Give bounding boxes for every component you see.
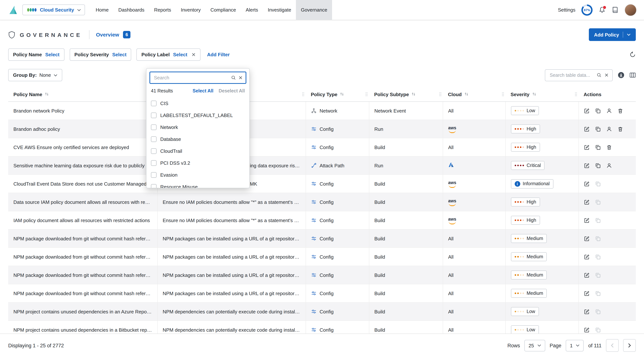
select-all-link[interactable]: Select All xyxy=(193,88,214,94)
delete-button[interactable] xyxy=(617,126,623,132)
sort-icon[interactable] xyxy=(340,92,344,96)
checkbox[interactable] xyxy=(151,184,156,188)
policy-name-cell[interactable]: NPM package downloaded from git without … xyxy=(8,229,157,248)
nav-item-investigate[interactable]: Investigate xyxy=(263,0,296,20)
grip-icon[interactable] xyxy=(439,92,442,97)
checkbox[interactable] xyxy=(151,160,156,166)
grip-icon[interactable] xyxy=(302,92,304,97)
page-number-select[interactable]: 1 xyxy=(566,340,584,351)
policy-name-cell[interactable]: CloudTrail Event Data Store does not use… xyxy=(8,174,157,193)
edit-button[interactable] xyxy=(584,163,590,168)
notifications-bell-icon[interactable] xyxy=(598,6,606,14)
close-icon[interactable] xyxy=(238,76,242,80)
grip-icon[interactable] xyxy=(502,92,504,97)
label-option-evasion[interactable]: Evasion xyxy=(150,169,246,181)
download-icon[interactable] xyxy=(618,72,624,79)
table-search[interactable] xyxy=(545,69,613,81)
sort-icon[interactable] xyxy=(412,92,416,96)
checkbox[interactable] xyxy=(151,136,156,142)
edit-button[interactable] xyxy=(584,144,590,150)
docs-book-icon[interactable] xyxy=(612,6,619,14)
filter-chip-policy-severity[interactable]: Policy SeveritySelect xyxy=(70,48,131,61)
column-header-policy-subtype[interactable]: Policy Subtype xyxy=(369,87,443,102)
column-header-policy-type[interactable]: Policy Type xyxy=(306,87,369,102)
label-option-resource-misuse[interactable]: Resource Misuse xyxy=(150,181,246,188)
policy-name-cell[interactable]: Brandon adhoc policy xyxy=(8,120,157,138)
policy-name-cell[interactable]: Brandon network Policy xyxy=(8,102,157,120)
table-row[interactable]: NPM package downloaded from git without … xyxy=(8,266,636,284)
policy-name-cell[interactable]: NPM package downloaded from git without … xyxy=(8,248,157,266)
checkbox[interactable] xyxy=(151,112,156,118)
sort-icon[interactable] xyxy=(532,92,536,96)
nav-item-reports[interactable]: Reports xyxy=(149,0,176,20)
clone-button[interactable] xyxy=(595,108,600,114)
label-option-network[interactable]: Network xyxy=(150,121,246,133)
usage-badge[interactable]: 87% xyxy=(582,4,592,16)
table-row[interactable]: NPM package downloaded from git without … xyxy=(8,229,636,248)
previous-page-button[interactable] xyxy=(606,339,619,352)
deselect-all-link[interactable]: Deselect All xyxy=(218,88,245,94)
label-search[interactable] xyxy=(150,72,246,84)
table-row[interactable]: Data source IAM policy document allows a… xyxy=(8,193,636,211)
column-header-policy-name[interactable]: Policy Name xyxy=(8,87,157,102)
clone-button[interactable] xyxy=(595,163,600,168)
sort-icon[interactable] xyxy=(464,92,468,96)
policy-name-cell[interactable]: NPM project contains unused dependencies… xyxy=(8,321,157,334)
table-search-input[interactable] xyxy=(549,72,594,78)
filter-chip-select[interactable]: Select xyxy=(45,52,60,58)
nav-item-home[interactable]: Home xyxy=(91,0,114,20)
edit-button[interactable] xyxy=(584,254,590,260)
edit-button[interactable] xyxy=(584,126,590,132)
column-header-cloud[interactable]: Cloud xyxy=(443,87,505,102)
policy-name-cell[interactable]: NPM package downloaded from git without … xyxy=(8,284,157,302)
checkbox[interactable] xyxy=(151,172,156,178)
policy-name-cell[interactable]: Data source IAM policy document allows a… xyxy=(8,193,157,211)
checkbox[interactable] xyxy=(151,148,156,154)
nav-item-inventory[interactable]: Inventory xyxy=(176,0,206,20)
table-row[interactable]: Sensitive machine learning data exposure… xyxy=(8,156,636,174)
clone-button[interactable] xyxy=(595,126,600,132)
policy-name-cell[interactable]: CVE AWS Ensure only certified services a… xyxy=(8,138,157,156)
label-option-cis[interactable]: CIS xyxy=(150,97,246,109)
grip-icon[interactable] xyxy=(575,92,577,97)
close-icon[interactable] xyxy=(604,73,608,77)
delete-button[interactable] xyxy=(606,144,612,150)
edit-button[interactable] xyxy=(584,199,590,205)
edit-button[interactable] xyxy=(584,218,590,223)
add-filter-link[interactable]: Add Filter xyxy=(207,52,230,58)
label-option-labelstest-default-label[interactable]: LABELSTEST_DEFAULT_LABEL xyxy=(150,109,246,121)
close-icon[interactable] xyxy=(191,52,196,57)
edit-button[interactable] xyxy=(584,309,590,314)
delete-button[interactable] xyxy=(617,108,623,114)
edit-button[interactable] xyxy=(584,181,590,186)
edit-button[interactable] xyxy=(584,272,590,278)
filter-chip-policy-name[interactable]: Policy NameSelect xyxy=(8,48,64,61)
edit-button[interactable] xyxy=(584,108,590,114)
policy-name-cell[interactable]: NPM project contains unused dependencies… xyxy=(8,302,157,321)
filter-chip-select[interactable]: Select xyxy=(112,52,126,58)
policy-name-cell[interactable]: IAM policy document allows all resources… xyxy=(8,211,157,229)
user-button[interactable] xyxy=(606,108,612,114)
group-by-select[interactable]: Group By: None xyxy=(8,69,62,81)
table-row[interactable]: Brandon adhoc policyConfigRunawsHigh xyxy=(8,120,636,138)
nav-item-alerts[interactable]: Alerts xyxy=(241,0,263,20)
table-row[interactable]: NPM project contains unused dependencies… xyxy=(8,302,636,321)
settings-link[interactable]: Settings xyxy=(558,7,576,13)
user-button[interactable] xyxy=(606,126,612,132)
nav-item-dashboards[interactable]: Dashboards xyxy=(114,0,149,20)
column-header-actions[interactable]: Actions xyxy=(578,87,636,102)
table-row[interactable]: NPM project contains unused dependencies… xyxy=(8,321,636,334)
table-row[interactable]: CloudTrail Event Data Store does not use… xyxy=(8,174,636,193)
table-row[interactable]: NPM package downloaded from git without … xyxy=(8,248,636,266)
table-row[interactable]: NPM package downloaded from git without … xyxy=(8,284,636,302)
reset-filters-icon[interactable] xyxy=(630,52,636,58)
next-page-button[interactable] xyxy=(623,339,636,352)
brand-logo-icon[interactable] xyxy=(8,5,18,15)
nav-item-governance[interactable]: Governance xyxy=(296,0,332,20)
edit-button[interactable] xyxy=(584,327,590,332)
table-row[interactable]: CVE AWS Ensure only certified services a… xyxy=(8,138,636,156)
user-button[interactable] xyxy=(606,163,612,168)
table-row[interactable]: Brandon network PolicyNetworkNetwork Eve… xyxy=(8,102,636,120)
column-header-severity[interactable]: Severity xyxy=(505,87,578,102)
label-search-input[interactable] xyxy=(153,74,228,81)
